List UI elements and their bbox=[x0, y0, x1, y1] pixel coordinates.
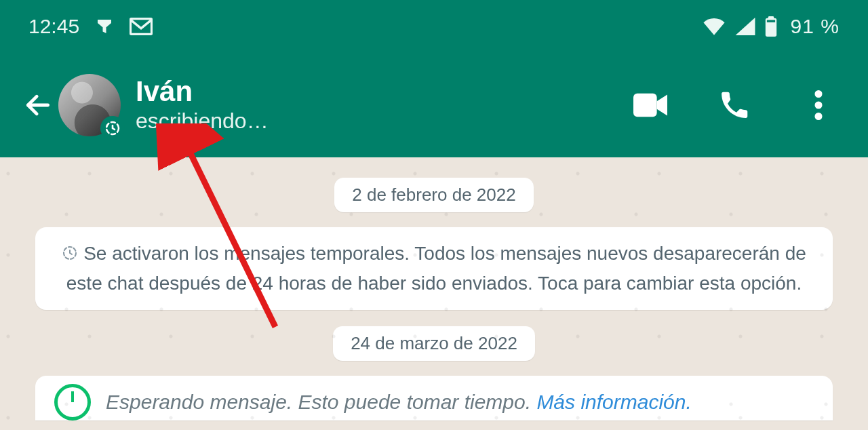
waiting-clock-icon bbox=[54, 384, 91, 421]
svg-point-6 bbox=[815, 90, 823, 98]
chat-header: Iván escribiendo… bbox=[0, 53, 868, 157]
system-message-disappearing[interactable]: Se activaron los mensajes temporales. To… bbox=[35, 227, 833, 310]
gmail-icon bbox=[130, 18, 153, 35]
waiting-message-card[interactable]: Esperando mensaje. Esto puede tomar tiem… bbox=[35, 376, 833, 421]
clock-time: 12:45 bbox=[28, 15, 79, 38]
contact-info[interactable]: Iván escribiendo… bbox=[136, 77, 269, 133]
video-call-button[interactable] bbox=[632, 87, 669, 123]
svg-rect-3 bbox=[766, 20, 774, 22]
voice-call-button[interactable] bbox=[716, 87, 753, 123]
app-notification-icon bbox=[94, 16, 115, 37]
more-info-link[interactable]: Más información. bbox=[536, 391, 691, 413]
contact-name: Iván bbox=[136, 77, 269, 106]
date-divider: 24 de marzo de 2022 bbox=[333, 326, 535, 361]
cell-signal-icon bbox=[735, 18, 755, 35]
svg-rect-5 bbox=[633, 94, 657, 117]
contact-avatar[interactable] bbox=[58, 74, 121, 136]
date-divider: 2 de febrero de 2022 bbox=[334, 178, 533, 212]
waiting-message-text: Esperando mensaje. Esto puede tomar tiem… bbox=[106, 391, 692, 414]
battery-icon bbox=[765, 16, 777, 37]
more-options-button[interactable] bbox=[800, 87, 837, 123]
svg-point-8 bbox=[815, 113, 823, 120]
wifi-icon bbox=[703, 18, 726, 35]
battery-percent: 91 % bbox=[791, 15, 840, 38]
status-bar: 12:45 91 % bbox=[0, 0, 868, 53]
chat-area[interactable]: 2 de febrero de 2022 Se activaron los me… bbox=[0, 157, 868, 430]
back-button[interactable] bbox=[22, 90, 54, 120]
svg-rect-2 bbox=[768, 16, 774, 19]
system-message-text: Se activaron los mensajes temporales. To… bbox=[66, 243, 806, 294]
disappearing-messages-icon bbox=[100, 116, 125, 140]
timer-icon bbox=[62, 241, 78, 269]
svg-point-7 bbox=[815, 102, 823, 109]
app-header: 12:45 91 % bbox=[0, 0, 868, 157]
typing-status: escribiendo… bbox=[136, 109, 269, 134]
